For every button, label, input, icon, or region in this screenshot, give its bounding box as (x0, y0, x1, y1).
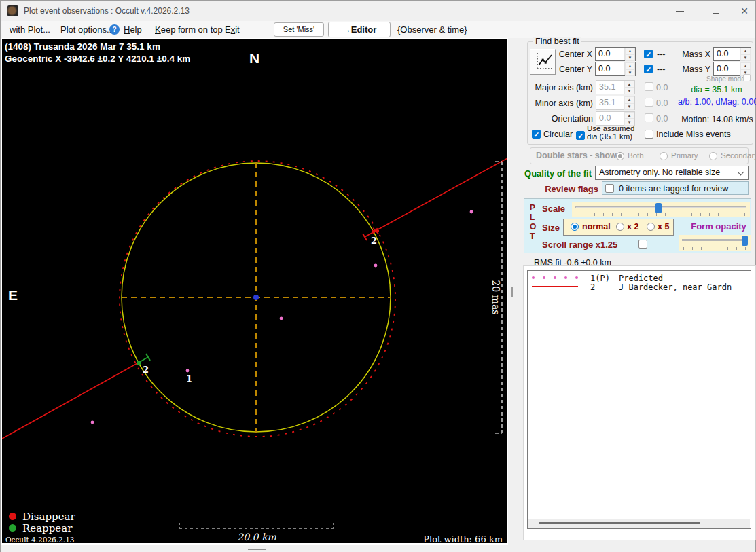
disappear-label: Disappear (22, 511, 75, 523)
mass-x-spin-buttons[interactable]: ▲▼ (740, 48, 751, 60)
spin-up-icon[interactable]: ▲ (740, 62, 751, 69)
spin-up-icon[interactable]: ▲ (625, 48, 635, 54)
menu-with-plot[interactable]: with Plot... (10, 24, 50, 35)
review-flags-status: 0 items are tagged for review (619, 184, 728, 194)
occult-version-label: Occult 4.2026.2.13 (5, 536, 75, 544)
scale-slider[interactable] (572, 202, 750, 217)
review-flags-checkbox[interactable] (605, 184, 614, 193)
spin-down-icon[interactable]: ▼ (625, 69, 635, 76)
list-item-id: 1(P) (590, 274, 610, 283)
east-label: E (8, 287, 18, 303)
resize-grip-icon (248, 549, 266, 550)
use-assumed-checkbox[interactable] (576, 131, 585, 140)
use-assumed-label: Use assumed dia (35.1 km) (587, 124, 634, 141)
spin-down-icon[interactable]: ▼ (740, 54, 751, 61)
size-x5-radio[interactable] (647, 223, 655, 231)
spin-up-icon[interactable]: ▲ (740, 48, 751, 54)
application-window: Plot event observations : Occult v.4.202… (0, 0, 756, 552)
center-y-value[interactable]: 0.0 (596, 62, 624, 75)
menu-help[interactable]: Help (124, 24, 142, 35)
spin-down-icon: ▼ (624, 88, 634, 94)
find-best-fit-title: Find best fit (533, 37, 581, 46)
double-stars-both-radio[interactable] (616, 152, 624, 160)
menu-plot-options[interactable]: Plot options... (60, 24, 114, 35)
minimize-button[interactable] (666, 1, 694, 21)
size-normal-radio[interactable] (571, 223, 579, 231)
list-item-name: Predicted (619, 274, 663, 283)
spin-up-icon[interactable]: ▲ (625, 62, 635, 69)
circular-label: Circular (543, 130, 573, 139)
form-opacity-groove (682, 239, 747, 241)
reappear-dot-icon (9, 524, 16, 532)
observations-listbox[interactable]: 1(P) Predicted 2 J Bardecker, near Gardn (527, 270, 751, 529)
center-y-spinner[interactable]: 0.0 ▲▼ (595, 62, 636, 76)
double-stars-primary-radio[interactable] (660, 152, 668, 160)
orientation-value: 0.0 (596, 112, 624, 125)
size-x5-label: x 5 (658, 222, 669, 232)
form-opacity-thumb[interactable] (742, 236, 748, 246)
plot-width-label: Plot width: 66 km (423, 534, 503, 545)
predicted-chord-label: 1 (186, 373, 192, 384)
spin-up-icon: ▲ (624, 81, 634, 88)
maximize-icon (713, 7, 719, 14)
bottom-strip (1, 545, 755, 552)
plot-title-line1: (1408) Trusanda 2026 Mar 7 35.1 km (5, 41, 160, 52)
quality-fit-label: Quality of the fit (524, 168, 592, 179)
scale-slider-ticks (577, 213, 745, 216)
list-item-id: 2 (590, 282, 595, 292)
center-y-spin-buttons[interactable]: ▲▼ (624, 62, 635, 75)
review-flags-label: Review flags (530, 184, 598, 194)
mass-y-value[interactable]: 0.0 (714, 62, 740, 75)
size-radio-group: normal x 2 x 5 (563, 219, 674, 236)
app-icon (7, 5, 18, 16)
chord-2-segment-0 (376, 158, 507, 231)
list-item[interactable]: 2 J Bardecker, near Gardn (528, 282, 751, 291)
center-y-checkbox[interactable] (644, 65, 653, 73)
spin-up-icon: ▲ (624, 112, 634, 119)
orientation-label: Orientation (522, 114, 593, 124)
orientation-checkbox[interactable] (645, 113, 653, 122)
form-opacity-slider[interactable] (679, 235, 751, 251)
quality-fit-combobox[interactable]: Astrometry only. No reliable size (595, 166, 749, 180)
shape-model-checkbox[interactable] (743, 74, 751, 81)
menu-observer-time[interactable]: {Observer & time} (397, 24, 467, 35)
use-assumed-line1: Use assumed (587, 124, 634, 132)
close-button[interactable]: ✕ (731, 1, 756, 21)
menu-keep-on-top[interactable]: Keep form on top (155, 24, 223, 35)
horizontal-scrollbar[interactable] (528, 519, 750, 528)
mass-x-spinner[interactable]: 0.0 ▲▼ (713, 47, 751, 61)
center-x-checkbox[interactable] (644, 50, 653, 58)
maximize-button[interactable] (702, 1, 730, 21)
circular-checkbox[interactable] (532, 130, 541, 139)
size-x2-radio[interactable] (616, 223, 624, 231)
set-miss-times-button[interactable]: Set 'Miss' Times (274, 22, 324, 37)
minor-axis-checkbox[interactable] (645, 98, 653, 107)
list-item[interactable]: 1(P) Predicted (528, 274, 751, 282)
editor-button[interactable]: →Editor (328, 22, 391, 37)
scroll-range-label: Scroll range x1.25 (542, 240, 617, 250)
scrollbar-thumb[interactable] (539, 522, 700, 524)
include-miss-checkbox[interactable] (645, 130, 653, 139)
menu-exit[interactable]: Exit (225, 24, 240, 35)
center-x-spinner[interactable]: 0.0 ▲▼ (595, 47, 636, 61)
disappear-errorbar-cap (363, 234, 367, 240)
major-axis-checkbox[interactable] (645, 82, 653, 91)
size-x2-label: x 2 (627, 222, 638, 232)
form-opacity-ticks (683, 247, 746, 250)
spin-down-icon[interactable]: ▼ (625, 54, 635, 61)
splitter-handle[interactable] (511, 287, 513, 297)
center-y-suffix: --- (657, 65, 666, 74)
menu-bar: with Plot... Plot options... ? Help Keep… (1, 21, 755, 38)
plot-area[interactable]: 22120 mas (1408) Trusanda 2026 Mar 7 35.… (1, 38, 508, 545)
double-stars-secondary-radio[interactable] (709, 152, 717, 160)
plot-letter-l: L (530, 213, 535, 222)
center-x-value[interactable]: 0.0 (596, 48, 624, 60)
center-x-spin-buttons[interactable]: ▲▼ (624, 48, 635, 60)
major-axis-spinner: 35.1 ▲▼ (596, 80, 635, 94)
scroll-range-checkbox[interactable] (638, 240, 647, 249)
control-panel: Find best fit Center X 0.0 ▲▼ --- Mass X… (508, 38, 756, 545)
scale-slider-thumb[interactable] (655, 203, 662, 213)
plot-svg[interactable]: 22120 mas (2, 39, 507, 543)
mass-x-value[interactable]: 0.0 (714, 48, 740, 60)
window-title: Plot event observations : Occult v.4.202… (24, 6, 190, 16)
